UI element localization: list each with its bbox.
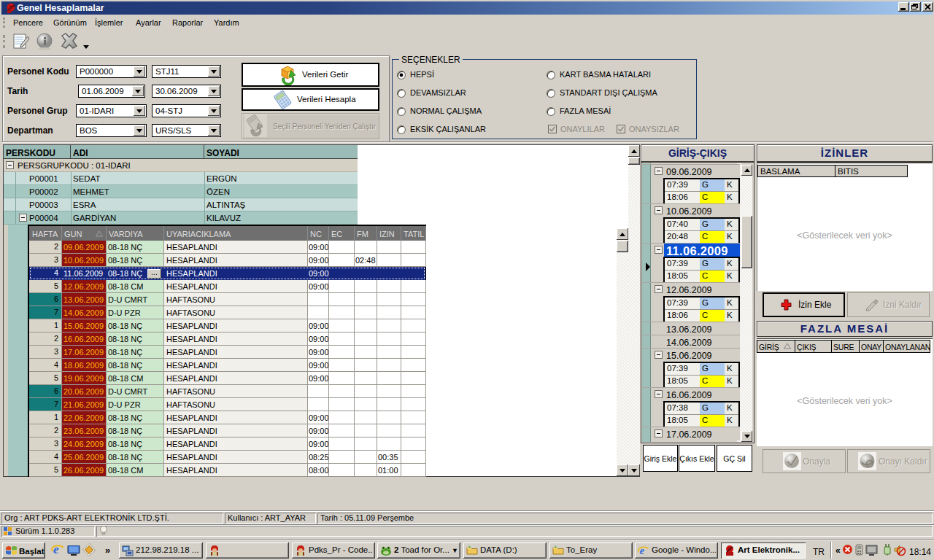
svg-text:e: e	[640, 545, 644, 556]
svg-text:e: e	[53, 542, 59, 556]
